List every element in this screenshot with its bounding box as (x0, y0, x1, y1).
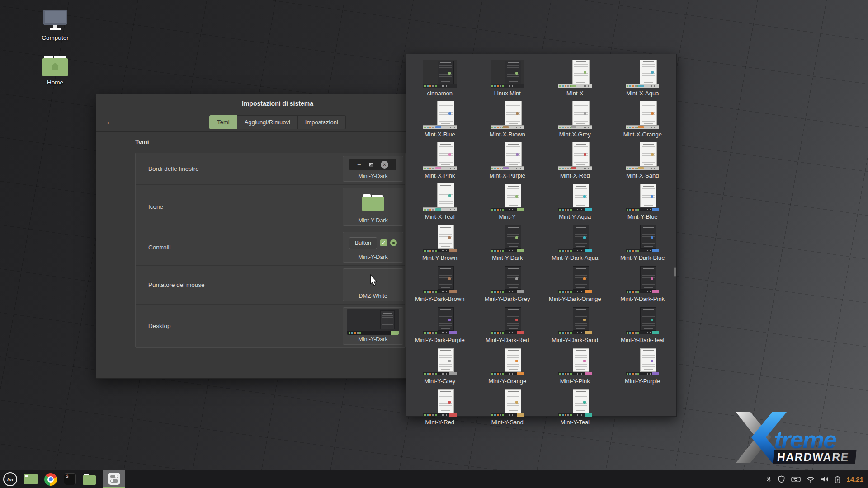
theme-tile-mint-x[interactable]: Mint-X (541, 57, 609, 98)
icons-picker[interactable]: Mint-Y-Dark (343, 188, 403, 226)
theme-tile-mint-x-sand[interactable]: Mint-X-Sand (609, 139, 677, 180)
theme-label: Mint-Y-Dark-Blue (620, 254, 665, 261)
theme-label: Mint-X-Orange (623, 131, 662, 138)
theme-tile-mint-x-brown[interactable]: Mint-X-Brown (474, 98, 542, 139)
theme-tile-mint-x-red[interactable]: Mint-X-Red (541, 139, 609, 180)
theme-thumbnail (491, 60, 524, 88)
theme-tile-mint-x-grey[interactable]: Mint-X-Grey (541, 98, 609, 139)
folder-icon-preview (362, 194, 384, 211)
theme-tile-mint-y-pink[interactable]: Mint-Y-Pink (541, 345, 609, 386)
desktop-icon-computer[interactable]: Computer (28, 10, 82, 41)
desktop-icons: Computer Home (28, 10, 82, 86)
controls-preview: Button ✓ (349, 237, 397, 249)
nvidia-icon[interactable] (791, 476, 801, 483)
terminal-launcher[interactable]: $_ (64, 473, 76, 485)
theme-label: Mint-Y-Sand (491, 419, 524, 426)
back-button[interactable]: ← (103, 114, 118, 129)
back-arrow-icon: ← (106, 116, 115, 127)
theme-tile-mint-y-dark-red[interactable]: Mint-Y-Dark-Red (474, 304, 542, 345)
theme-tile-mint-y-dark-orange[interactable]: Mint-Y-Dark-Orange (541, 263, 609, 304)
theme-thumbnail (491, 265, 524, 293)
theme-thumbnail (558, 183, 592, 211)
view-tabs: Temi Aggiungi/Rimuovi Impostazioni (209, 115, 346, 129)
picker-value: Mint-Y-Dark (358, 336, 388, 343)
theme-tile-mint-y-purple[interactable]: Mint-Y-Purple (609, 345, 677, 386)
window-toolbar: ← Temi Aggiungi/Rimuovi Impostazioni (96, 113, 459, 131)
theme-tile-mint-y-red[interactable]: Mint-Y-Red (406, 386, 474, 427)
theme-tile-mint-y-grey[interactable]: Mint-Y-Grey (406, 345, 474, 386)
volume-icon[interactable] (821, 475, 829, 483)
theme-thumbnail (491, 389, 524, 417)
theme-label: Mint-X (566, 90, 584, 97)
maximize-icon (369, 163, 373, 167)
bluetooth-icon[interactable] (766, 475, 772, 483)
controls-row: Controlli Button ✓ Mint-Y-Dark (136, 229, 405, 266)
mint-menu-button[interactable]: lm (3, 472, 17, 486)
firewall-shield-icon[interactable] (778, 475, 785, 483)
theme-thumbnail (423, 306, 457, 334)
theme-tile-mint-x-purple[interactable]: Mint-X-Purple (474, 139, 542, 180)
chrome-launcher[interactable] (44, 473, 57, 486)
icons-row: Icone Mint-Y-Dark (136, 185, 405, 229)
picker-value: Mint-Y-Dark (358, 217, 388, 224)
theme-tile-cinnamon[interactable]: cinnamon (406, 57, 474, 98)
theme-thumbnail (626, 347, 659, 375)
file-manager-launcher[interactable] (83, 474, 96, 485)
theme-thumbnail (626, 183, 659, 211)
theme-tile-mint-x-blue[interactable]: Mint-X-Blue (406, 98, 474, 139)
theme-tile-mint-y-dark-pink[interactable]: Mint-Y-Dark-Pink (609, 263, 677, 304)
theme-thumbnail (558, 224, 592, 252)
tab-temi[interactable]: Temi (209, 115, 237, 129)
theme-tile-mint-y-dark[interactable]: Mint-Y-Dark (474, 221, 542, 263)
theme-tile-mint-y[interactable]: Mint-Y (474, 180, 542, 221)
row-label: Icone (148, 203, 163, 210)
theme-settings-list: Bordi delle finestre – ✕ Mint-Y-Dark (135, 153, 406, 348)
theme-thumbnail (626, 265, 659, 293)
close-icon: ✕ (381, 161, 388, 169)
theme-thumbnail (558, 60, 592, 88)
theme-tile-mint-y-brown[interactable]: Mint-Y-Brown (406, 221, 474, 263)
tab-aggiungi-rimuovi[interactable]: Aggiungi/Rimuovi (237, 115, 298, 129)
mint-logo-icon: lm (3, 472, 17, 486)
theme-tile-mint-y-teal[interactable]: Mint-Y-Teal (541, 386, 609, 427)
controls-picker[interactable]: Button ✓ Mint-Y-Dark (343, 232, 403, 263)
theme-tile-mint-y-dark-teal[interactable]: Mint-Y-Dark-Teal (609, 304, 677, 345)
theme-thumbnail (423, 60, 457, 88)
window-borders-picker[interactable]: – ✕ Mint-Y-Dark (343, 156, 403, 182)
wifi-icon[interactable] (807, 476, 815, 483)
theme-tile-mint-y-orange[interactable]: Mint-Y-Orange (474, 345, 542, 386)
mouse-pointer-picker[interactable]: DMZ-White (343, 268, 403, 301)
show-desktop-icon (24, 474, 38, 484)
taskbar-apps: lm $_ (0, 470, 125, 488)
theme-tile-mint-y-aqua[interactable]: Mint-Y-Aqua (541, 180, 609, 221)
theme-thumbnail (558, 306, 592, 334)
desktop-icon-home[interactable]: Home (28, 56, 82, 86)
taskbar-clock[interactable]: 14.21 (846, 475, 863, 483)
scrollbar-thumb[interactable] (674, 267, 676, 277)
theme-tile-linux-mint[interactable]: Linux Mint (474, 57, 542, 98)
row-label: Controlli (148, 244, 171, 251)
theme-tile-mint-y-dark-sand[interactable]: Mint-Y-Dark-Sand (541, 304, 609, 345)
desktop-theme-picker[interactable]: Mint-Y-Dark (343, 307, 403, 345)
theme-tile-mint-y-dark-aqua[interactable]: Mint-Y-Dark-Aqua (541, 221, 609, 263)
minimize-icon: – (358, 162, 361, 167)
row-label: Bordi delle finestre (148, 165, 199, 172)
theme-tile-mint-y-dark-grey[interactable]: Mint-Y-Dark-Grey (474, 263, 542, 304)
show-desktop-button[interactable] (24, 474, 38, 484)
theme-tile-mint-y-blue[interactable]: Mint-Y-Blue (609, 180, 677, 221)
theme-tile-mint-x-pink[interactable]: Mint-X-Pink (406, 139, 474, 180)
tab-impostazioni[interactable]: Impostazioni (298, 115, 346, 129)
theme-label: Mint-Y-Grey (424, 378, 455, 385)
theme-tile-mint-x-orange[interactable]: Mint-X-Orange (609, 98, 677, 139)
theme-thumbnail (558, 389, 592, 417)
window-titlebar[interactable]: Impostazioni di sistema (96, 94, 459, 113)
theme-tile-mint-y-dark-blue[interactable]: Mint-Y-Dark-Blue (609, 221, 677, 263)
battery-icon[interactable] (835, 475, 840, 483)
theme-tile-mint-x-aqua[interactable]: Mint-X-Aqua (609, 57, 677, 98)
xtreme-hardware-logo: treme HARDWARE (732, 409, 863, 467)
theme-tile-mint-y-dark-purple[interactable]: Mint-Y-Dark-Purple (406, 304, 474, 345)
system-settings-task[interactable] (103, 470, 125, 488)
theme-tile-mint-x-teal[interactable]: Mint-X-Teal (406, 180, 474, 221)
theme-tile-mint-y-sand[interactable]: Mint-Y-Sand (474, 386, 542, 427)
theme-tile-mint-y-dark-brown[interactable]: Mint-Y-Dark-Brown (406, 263, 474, 304)
